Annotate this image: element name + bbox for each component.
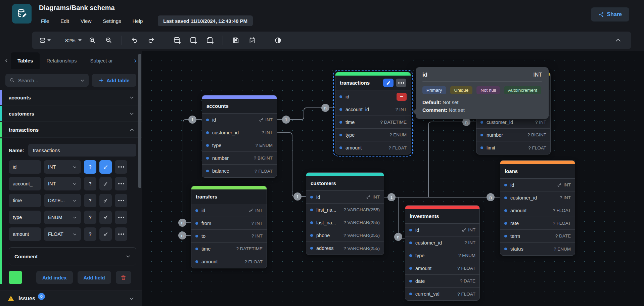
tab-subject-ar[interactable]: Subject ar bbox=[83, 52, 116, 69]
table-field-row[interactable]: customer_id? INT bbox=[405, 236, 479, 249]
layout-panels-icon[interactable] bbox=[39, 35, 51, 46]
field-nullable-toggle[interactable]: ? bbox=[84, 194, 96, 207]
field-primary-key-toggle[interactable] bbox=[99, 227, 112, 241]
table-field-row[interactable]: id bbox=[335, 90, 411, 103]
canvas-table-investments[interactable]: investmentsidINTcustomer_id? INTtype? EN… bbox=[405, 205, 480, 301]
chevron-up-icon[interactable] bbox=[129, 127, 134, 132]
sidebar-table-transactions[interactable]: transactions bbox=[0, 122, 142, 138]
table-field-row[interactable]: customer_id? INT bbox=[202, 126, 277, 139]
add-index-button[interactable]: Add index bbox=[36, 271, 73, 284]
field-nullable-toggle[interactable]: ? bbox=[84, 227, 96, 241]
table-field-row[interactable]: phone? VARCHAR(255) bbox=[306, 229, 384, 242]
table-field-row[interactable]: current_val? FLOAT bbox=[405, 288, 479, 300]
table-name-input[interactable]: transactions bbox=[28, 144, 136, 157]
add-field-button[interactable]: Add field bbox=[78, 271, 111, 284]
chevron-down-icon[interactable] bbox=[129, 95, 134, 100]
field-type-select[interactable]: INT bbox=[44, 177, 81, 190]
field-primary-key-toggle[interactable] bbox=[99, 211, 112, 224]
tab-relationships[interactable]: Relationships bbox=[40, 52, 83, 69]
canvas-table-customers[interactable]: customersidINTfirst_na...? VARCHAR(255)l… bbox=[306, 172, 384, 255]
table-header[interactable]: accounts bbox=[202, 99, 277, 114]
sidebar-scrollbar[interactable] bbox=[138, 54, 141, 188]
table-color-swatch[interactable] bbox=[9, 271, 22, 284]
zoom-out-icon[interactable] bbox=[103, 35, 114, 46]
delete-field-button[interactable] bbox=[397, 93, 407, 101]
table-more-button[interactable] bbox=[396, 79, 406, 87]
menu-item-edit[interactable]: Edit bbox=[57, 17, 73, 25]
comment-collapsible[interactable]: Comment bbox=[9, 247, 136, 265]
tabs-scroll-left-icon[interactable] bbox=[2, 52, 11, 69]
field-name-button[interactable]: type bbox=[9, 211, 41, 224]
table-field-row[interactable]: address? VARCHAR(255) bbox=[306, 242, 384, 255]
table-field-row[interactable]: amount? FLOAT bbox=[405, 262, 479, 275]
todo-calendar-icon[interactable] bbox=[246, 35, 258, 46]
table-field-row[interactable]: idINT bbox=[405, 224, 479, 236]
search-input[interactable]: Search... bbox=[5, 74, 89, 87]
table-field-row[interactable]: idINT bbox=[500, 179, 575, 191]
table-field-row[interactable]: date? DATE bbox=[405, 275, 479, 288]
table-field-row[interactable]: rate? FLOAT bbox=[500, 217, 575, 230]
menu-item-settings[interactable]: Settings bbox=[99, 17, 124, 25]
table-field-row[interactable]: first_na...? VARCHAR(255) bbox=[306, 204, 384, 216]
table-field-row[interactable]: time? DATETIME bbox=[335, 116, 411, 129]
search-dropdown-icon[interactable] bbox=[80, 78, 85, 83]
table-field-row[interactable]: number? BIGINT bbox=[476, 129, 550, 141]
field-type-select[interactable]: FLOAT bbox=[44, 227, 81, 241]
table-field-row[interactable]: idINT bbox=[191, 204, 267, 217]
table-field-row[interactable]: amount? FLOAT bbox=[335, 141, 411, 154]
sidebar-table-customers[interactable]: customers bbox=[0, 106, 142, 122]
canvas-table-transactions[interactable]: transactionsidaccount_id? INTtime? DATET… bbox=[335, 72, 411, 155]
add-area-icon[interactable] bbox=[188, 35, 199, 46]
chevron-down-icon[interactable] bbox=[129, 111, 134, 116]
table-field-row[interactable]: time? DATETIME bbox=[191, 243, 267, 255]
field-type-select[interactable]: ENUM bbox=[44, 211, 81, 224]
menu-item-file[interactable]: File bbox=[38, 17, 52, 25]
table-field-row[interactable]: from? INT bbox=[191, 217, 267, 230]
table-field-row[interactable]: account_id? INT bbox=[335, 103, 411, 116]
canvas-table-loans[interactable]: loansidINTcustomer_id? INTamount? FLOATr… bbox=[500, 160, 575, 256]
field-nullable-toggle[interactable]: ? bbox=[84, 211, 96, 224]
chevron-down-icon[interactable] bbox=[129, 296, 134, 301]
field-type-select[interactable]: DATE... bbox=[44, 194, 81, 207]
menu-item-help[interactable]: Help bbox=[129, 17, 146, 25]
table-field-row[interactable]: number? BIGINT bbox=[202, 152, 277, 165]
table-field-row[interactable]: type? ENUM bbox=[405, 249, 479, 262]
collapse-toolbar-icon[interactable] bbox=[612, 35, 624, 46]
field-primary-key-toggle[interactable] bbox=[99, 194, 112, 207]
relationship-line[interactable] bbox=[428, 122, 476, 197]
table-header[interactable]: investments bbox=[405, 209, 479, 224]
field-type-select[interactable]: INT bbox=[44, 160, 81, 174]
field-more-button[interactable] bbox=[115, 194, 127, 207]
canvas-table-accounts[interactable]: accountsidINTcustomer_id? INTtype? ENUMn… bbox=[202, 95, 277, 178]
table-header[interactable]: transfers bbox=[191, 189, 267, 204]
field-more-button[interactable] bbox=[115, 227, 127, 241]
table-field-row[interactable]: limit? FLOAT bbox=[476, 141, 550, 154]
table-header[interactable]: loans bbox=[500, 164, 575, 179]
field-nullable-toggle[interactable]: ? bbox=[84, 177, 96, 190]
table-field-row[interactable]: term? DATE bbox=[500, 230, 575, 243]
sidebar-table-accounts[interactable]: accounts bbox=[0, 90, 142, 105]
zoom-in-icon[interactable] bbox=[87, 35, 98, 46]
field-primary-key-toggle[interactable] bbox=[99, 160, 112, 174]
table-field-row[interactable]: type? ENUM bbox=[202, 139, 277, 152]
field-more-button[interactable] bbox=[115, 211, 127, 224]
table-field-row[interactable]: balance? FLOAT bbox=[202, 165, 277, 177]
table-field-row[interactable]: idINT bbox=[306, 191, 384, 204]
edit-table-button[interactable] bbox=[383, 79, 394, 87]
table-field-row[interactable]: amount? FLOAT bbox=[500, 204, 575, 217]
table-field-row[interactable]: to? INT bbox=[191, 230, 267, 243]
diagram-canvas[interactable]: 1nn1n11nnn accountsidINTcustomer_id? INT… bbox=[142, 51, 644, 306]
table-header[interactable]: transactions bbox=[335, 76, 411, 90]
canvas-table-transfers[interactable]: transfersidINTfrom? INTto? INTtime? DATE… bbox=[191, 186, 267, 268]
table-header[interactable]: customers bbox=[306, 176, 384, 191]
tab-tables[interactable]: Tables bbox=[11, 52, 40, 69]
field-more-button[interactable] bbox=[115, 177, 127, 190]
add-table-button[interactable]: Add table bbox=[92, 74, 136, 87]
field-name-button[interactable]: amount bbox=[9, 227, 41, 241]
relationship-line[interactable] bbox=[277, 133, 306, 196]
table-field-row[interactable]: amount? FLOAT bbox=[191, 255, 267, 268]
redo-icon[interactable] bbox=[145, 35, 157, 46]
field-name-button[interactable]: time bbox=[9, 194, 41, 207]
table-field-row[interactable]: status? ENUM bbox=[500, 243, 575, 255]
relationship-line[interactable] bbox=[398, 197, 405, 238]
